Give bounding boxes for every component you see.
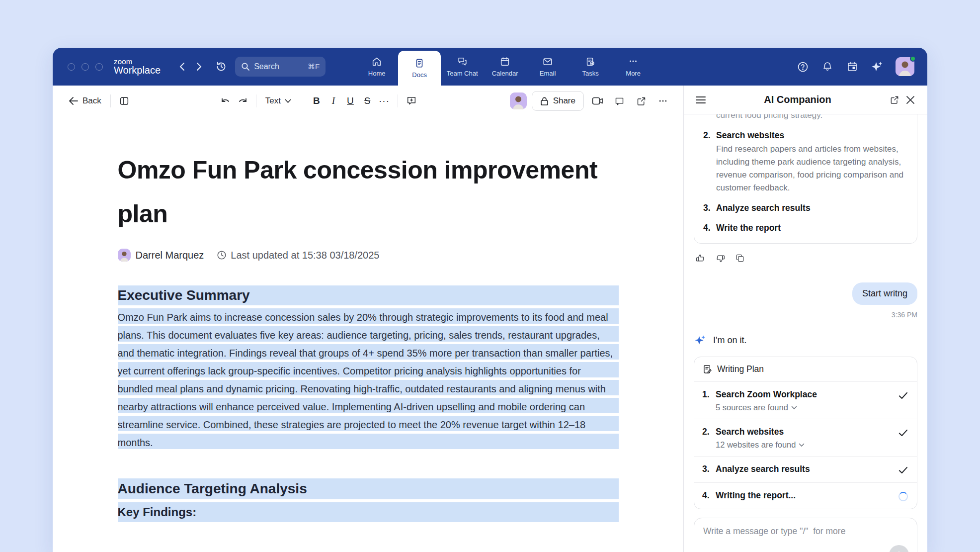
ai-message-composer[interactable]	[694, 518, 917, 552]
global-search-input[interactable]: Search ⌘F	[235, 57, 326, 77]
tab-team-chat[interactable]: Team Chat	[441, 48, 484, 86]
tab-docs[interactable]: Docs	[398, 51, 441, 86]
external-link-icon	[636, 96, 647, 106]
send-button[interactable]	[889, 545, 909, 552]
logo-line1: zoom	[114, 58, 161, 65]
navbar-right-icons	[796, 57, 914, 76]
more-options-button[interactable]	[654, 92, 671, 109]
tab-tasks[interactable]: Tasks	[569, 48, 612, 86]
copy-button[interactable]	[734, 252, 746, 265]
search-placeholder: Search	[254, 62, 304, 71]
document-title: Omzo Fun Park concession improvement pla…	[118, 148, 619, 236]
writing-plan-step: 2. Search websites 12 websites are found	[694, 419, 917, 456]
step-title: Analyze search results	[716, 463, 897, 475]
italic-button[interactable]: I	[325, 92, 342, 109]
undo-button[interactable]	[217, 92, 234, 109]
history-button[interactable]	[212, 58, 230, 76]
nav-forward-button[interactable]	[191, 59, 206, 74]
video-camera-icon	[592, 96, 603, 105]
redo-button[interactable]	[234, 92, 251, 109]
pop-out-button[interactable]	[887, 92, 902, 108]
share-label: Share	[553, 96, 575, 106]
step-sources-toggle[interactable]: 5 sources are found	[716, 403, 897, 412]
window-zoom-button[interactable]	[95, 63, 103, 71]
notifications-button[interactable]	[821, 60, 834, 73]
document-toolbar: Back Text	[53, 86, 683, 116]
home-icon	[371, 56, 382, 67]
checkmark-icon	[898, 466, 908, 474]
back-button[interactable]: Back	[65, 93, 105, 109]
tab-email[interactable]: Email	[526, 48, 569, 86]
step-title: Search websites	[716, 426, 897, 438]
more-dots-icon	[628, 56, 639, 67]
tab-calendar[interactable]: Calendar	[484, 48, 526, 86]
sidebar-panel-icon	[119, 95, 130, 106]
document-canvas[interactable]: Omzo Fun Park concession improvement pla…	[53, 116, 683, 552]
step-websites-toggle[interactable]: 12 websites are found	[716, 440, 897, 450]
plan-item-title: Search websites	[716, 130, 784, 140]
copy-icon	[735, 253, 745, 263]
chevron-down-icon	[791, 406, 797, 410]
app-window: zoom Workplace Search ⌘F Home Do	[53, 48, 927, 552]
chevron-down-icon	[285, 99, 291, 103]
share-button[interactable]: Share	[532, 91, 584, 111]
open-external-button[interactable]	[633, 92, 650, 109]
comments-button[interactable]	[611, 92, 628, 109]
start-meeting-button[interactable]	[589, 92, 606, 109]
sidebar-toggle-button[interactable]	[116, 92, 133, 109]
close-panel-button[interactable]	[902, 92, 918, 108]
user-avatar[interactable]	[896, 57, 914, 76]
menu-button[interactable]	[693, 92, 709, 108]
tab-email-label: Email	[540, 70, 556, 77]
author-name: Darrel Marquez	[136, 250, 204, 261]
chevron-right-icon	[196, 62, 202, 71]
add-comment-button[interactable]	[403, 92, 420, 109]
main-area: Back Text	[53, 86, 927, 552]
last-updated-text: Last updated at 15:38 03/18/2025	[231, 250, 379, 261]
toolbar-divider	[256, 94, 256, 107]
plan-item: 3. Analyze search results	[703, 201, 908, 214]
step-number: 1.	[702, 388, 710, 400]
lock-icon	[540, 96, 549, 106]
scheduler-button[interactable]	[846, 60, 859, 73]
bell-icon	[821, 61, 833, 73]
window-minimize-button[interactable]	[82, 63, 89, 71]
tab-more[interactable]: More	[612, 48, 654, 86]
underline-button[interactable]: U	[342, 92, 359, 109]
thumbs-down-icon	[715, 253, 726, 264]
chevron-down-icon	[799, 443, 805, 447]
more-formatting-button[interactable]: ···	[376, 92, 393, 109]
step-number: 2.	[702, 426, 710, 438]
step-status-done	[897, 389, 909, 401]
nav-back-button[interactable]	[174, 59, 189, 74]
help-icon	[797, 61, 809, 73]
bold-button[interactable]: B	[308, 92, 325, 109]
toolbar-right-group: Share	[510, 91, 671, 111]
plan-item-number: 2.	[703, 129, 711, 142]
collaborator-avatar[interactable]	[510, 92, 527, 109]
clipped-plan-text: current food pricing strategy.	[703, 114, 908, 122]
writing-plan-title: Writing Plan	[717, 364, 764, 374]
message-input[interactable]	[703, 526, 908, 537]
help-button[interactable]	[796, 60, 809, 73]
thumbs-down-button[interactable]	[714, 252, 727, 265]
ai-chat-scroll-area[interactable]: current food pricing strategy. 2. Search…	[684, 114, 927, 510]
team-chat-icon	[457, 56, 468, 67]
ai-companion-button[interactable]	[871, 60, 884, 73]
back-label: Back	[82, 96, 101, 106]
text-style-label: Text	[265, 96, 281, 106]
tasks-icon	[585, 56, 596, 67]
tab-home[interactable]: Home	[355, 48, 398, 86]
checkmark-icon	[898, 392, 908, 399]
strikethrough-button[interactable]: S	[359, 92, 376, 109]
tab-calendar-label: Calendar	[492, 70, 518, 77]
search-icon	[241, 62, 250, 71]
search-shortcut: ⌘F	[308, 62, 320, 71]
loading-spinner-icon	[898, 492, 908, 501]
window-close-button[interactable]	[68, 63, 75, 71]
ai-sparkle-icon	[694, 334, 707, 347]
back-arrow-icon	[69, 96, 79, 105]
text-style-dropdown[interactable]: Text	[261, 93, 295, 109]
thumbs-up-button[interactable]	[694, 252, 707, 265]
ai-response-text: I'm on it.	[713, 335, 746, 346]
